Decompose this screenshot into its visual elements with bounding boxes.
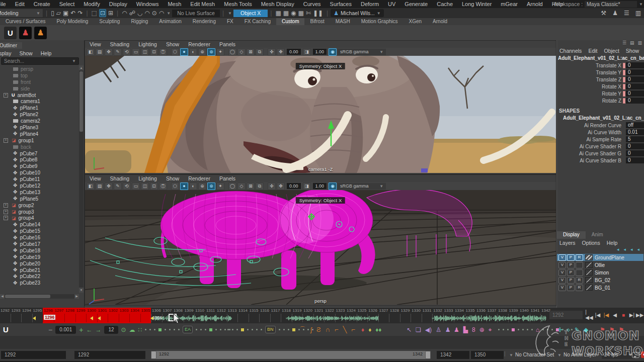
- frame-cell-1309[interactable]: [184, 314, 195, 322]
- diamond-icon[interactable]: ◆: [584, 326, 588, 333]
- channel-value-field[interactable]: 0: [626, 62, 644, 68]
- layer-visibility-toggle[interactable]: V: [558, 285, 566, 291]
- gamma-field[interactable]: 1.00: [313, 49, 327, 55]
- viewport-tool-icon-13[interactable]: ⊛: [207, 183, 215, 190]
- channel-value-field[interactable]: 0: [626, 76, 644, 82]
- next-key-arrow-icon[interactable]: →: [95, 326, 101, 333]
- layer-move-icon-1[interactable]: ◂: [623, 247, 626, 253]
- channel-box-menu-edit[interactable]: Edit: [588, 48, 597, 54]
- frame-step-field[interactable]: 12: [104, 326, 118, 334]
- menu-set-dropdown[interactable]: Modeling▼: [0, 9, 43, 18]
- pose-bell-icon[interactable]: ⌂: [536, 326, 539, 333]
- panel-icon-1[interactable]: ▤: [630, 40, 634, 47]
- frame-cell-1341[interactable]: [530, 314, 541, 322]
- viewport-menu-show[interactable]: Show: [162, 41, 184, 47]
- outliner-menu-display[interactable]: Display: [0, 50, 11, 56]
- range-end-handle[interactable]: [425, 351, 431, 359]
- viewport-tool-icon-14[interactable]: ✦: [216, 183, 224, 190]
- viewport-menu-show[interactable]: Show: [162, 175, 184, 182]
- viewport-tool-icon-2[interactable]: ✥: [105, 183, 113, 190]
- ghost-icon[interactable]: 8: [472, 326, 475, 333]
- outliner-item-pcube21[interactable]: ✥pCube21: [0, 267, 84, 274]
- outliner-item-front[interactable]: front: [0, 79, 84, 85]
- layer-display-type-toggle[interactable]: [576, 262, 583, 268]
- shape-node-name[interactable]: Adult_Elephant_v01_02_L:ac_cn_baseP...: [557, 115, 644, 122]
- viewport-tool-icon-0[interactable]: ◧: [87, 48, 95, 56]
- frame-cell-1293[interactable]: [11, 314, 22, 322]
- attribute-editor-icon[interactable]: ☰: [624, 9, 629, 18]
- user-account-chip[interactable]: ♟ Michael Wils...▼: [331, 9, 383, 17]
- viewport-tool-icon-4[interactable]: ⟲: [123, 48, 131, 56]
- ease-curve-icon-2[interactable]: Ƨ: [316, 326, 321, 333]
- viewport-menu-shading[interactable]: Shading: [106, 41, 134, 47]
- outliner-item-pcube11[interactable]: ✥pCube11: [0, 176, 84, 183]
- tween-value-field[interactable]: 0.001: [55, 326, 76, 334]
- time-slider-strip[interactable]: 1292129312941295129612971298129913001301…: [0, 308, 556, 323]
- layer-editor-tab-display[interactable]: Display: [557, 231, 586, 239]
- delete-key-icon[interactable]: ♦: [361, 326, 364, 333]
- outliner-menu-help[interactable]: Help: [41, 50, 52, 56]
- channel-box-menu-channels[interactable]: Channels: [559, 48, 582, 54]
- expand-icon[interactable]: +: [4, 216, 8, 220]
- viewport-tool-icon-3[interactable]: ✎: [114, 183, 122, 190]
- view-transform-dropdown[interactable]: sRGB gamma▼: [338, 183, 386, 190]
- menu-item-edit[interactable]: Edit: [11, 1, 29, 7]
- frame-cell-1299[interactable]: [75, 314, 87, 322]
- menu-item-windows[interactable]: Windows: [132, 1, 164, 7]
- expand-icon[interactable]: +: [4, 93, 8, 98]
- gamma-icon[interactable]: ◨: [303, 48, 311, 56]
- shelf-tab-curves-surfaces[interactable]: Curves / Surfaces: [0, 18, 51, 25]
- channel-value-field[interactable]: 0: [626, 143, 644, 149]
- ease-curve-icon-3[interactable]: ∩: [326, 326, 330, 333]
- outliner-item-group4[interactable]: +◪group4: [0, 215, 84, 221]
- animation-start-field[interactable]: 1292: [1, 351, 66, 359]
- frame-cell-1321[interactable]: [313, 314, 325, 322]
- layer-visibility-toggle[interactable]: V: [558, 254, 566, 261]
- shelf-tab-rendering[interactable]: Rendering: [187, 18, 221, 25]
- channel-box-menu-object[interactable]: Object: [604, 48, 619, 54]
- view-transform-dropdown[interactable]: sRGB gamma▼: [338, 49, 386, 55]
- tween-chip-ea[interactable]: EA: [183, 326, 193, 333]
- frame-cell-1318[interactable]: [281, 314, 292, 322]
- shelf-tab-rigging[interactable]: Rigging: [125, 18, 153, 25]
- outliner-panel-tab[interactable]: Outliner: [0, 42, 22, 49]
- layer-playback-toggle[interactable]: P: [567, 269, 575, 276]
- tween-chip-bn[interactable]: BN: [265, 326, 276, 333]
- search-input[interactable]: Search... ▼: [1, 57, 79, 65]
- layer-display-type-toggle[interactable]: R: [576, 285, 583, 291]
- flag-icon[interactable]: ⚑: [609, 326, 615, 333]
- menu-item-mgear[interactable]: mGear: [496, 1, 522, 7]
- menu-item-mesh[interactable]: Mesh: [163, 1, 186, 7]
- pause-icon[interactable]: ❚❚: [313, 10, 323, 17]
- render-icon[interactable]: ▦: [275, 10, 281, 17]
- viewport1-canvas[interactable]: Symmetry: Object X camera1 -Z: [85, 56, 556, 173]
- layer-row-bg-02[interactable]: VPRBG_02: [557, 277, 643, 284]
- time-slider[interactable]: 1292129312941295129612971298129913001301…: [0, 308, 644, 323]
- viewport-menu-view[interactable]: View: [85, 175, 106, 182]
- outliner-item-pcube12[interactable]: ✥pCube12: [0, 183, 84, 189]
- layer-menu-help[interactable]: Help: [607, 240, 618, 246]
- shelf-tab-animation[interactable]: Animation: [153, 18, 187, 25]
- layer-color-swatch[interactable]: [585, 262, 593, 268]
- layer-playback-toggle[interactable]: P: [567, 277, 575, 284]
- set-key-icon[interactable]: ♦: [368, 326, 371, 333]
- outliner-item-top[interactable]: top: [0, 72, 84, 79]
- viewport-tool-icon-16[interactable]: ◇: [237, 183, 246, 190]
- tween-slider-ea[interactable]: EA: [145, 323, 230, 336]
- menu-item-curves[interactable]: Curves: [299, 1, 326, 7]
- viewport-tool-icon-6[interactable]: ◫: [141, 48, 149, 56]
- render-settings-icon[interactable]: ◉: [291, 10, 296, 17]
- menu-item-deform[interactable]: Deform: [356, 1, 383, 7]
- frame-cell-1339[interactable]: [508, 314, 519, 322]
- chevron-down-icon[interactable]: ▼: [228, 11, 232, 16]
- frame-cell-1340[interactable]: [519, 314, 530, 322]
- frame-cell-1336[interactable]: [475, 314, 487, 322]
- viewport-tool-icon-10[interactable]: ●: [180, 48, 188, 56]
- channel-value-field[interactable]: 0: [626, 69, 644, 75]
- channel-value-field[interactable]: 0: [626, 83, 644, 89]
- select-component-icon[interactable]: ⊞: [108, 10, 113, 17]
- shelf-tab-fx-caching[interactable]: FX Caching: [239, 18, 276, 25]
- frame-cell-1335[interactable]: [465, 314, 476, 322]
- frame-cell-1298[interactable]: [64, 314, 75, 322]
- step-back-frame-button[interactable]: |◀: [594, 309, 601, 320]
